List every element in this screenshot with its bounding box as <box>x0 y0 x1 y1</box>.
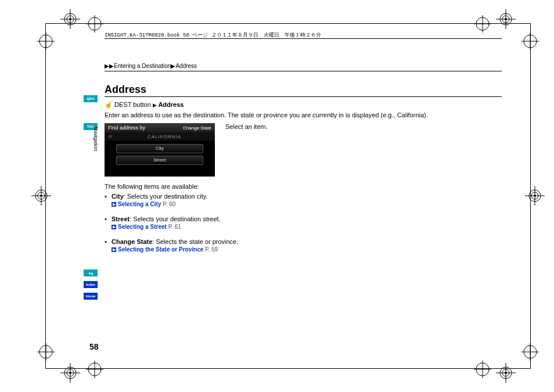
nav-state-row: ⟲ CALIFORNIA <box>105 132 215 141</box>
dest-icon: ☝ <box>105 101 113 108</box>
cross-ref[interactable]: ▶Selecting a City P. 60 <box>111 201 238 207</box>
bullet-icon: • <box>105 193 111 200</box>
page-ref: P. 61 <box>168 224 181 230</box>
item-desc: : Selects the state or province. <box>152 238 238 245</box>
trim-rule-bottom <box>45 368 531 369</box>
nav-titlebar: Find address by Change State <box>105 123 215 132</box>
registration-mark-icon <box>60 363 80 383</box>
crosshair-icon <box>37 33 55 50</box>
item-list: •City: Selects your destination city. ▶S… <box>105 193 238 261</box>
link-text: Selecting a City <box>118 201 161 207</box>
tab-index[interactable]: Index <box>84 281 98 288</box>
item-desc: : Selects your destination city. <box>124 193 208 200</box>
link-icon: ▶ <box>111 247 116 252</box>
crosshair-icon <box>521 343 539 361</box>
registration-mark-icon <box>496 363 516 383</box>
cross-ref[interactable]: ▶Selecting a Street P. 61 <box>111 224 238 230</box>
following-text: The following items are available: <box>105 183 199 190</box>
link-icon: ▶ <box>111 225 116 229</box>
crosshair-icon <box>86 361 103 378</box>
intro-text: Enter an address to use as the destinati… <box>105 112 428 118</box>
crosshair-icon <box>474 361 491 378</box>
registration-mark-icon <box>496 9 516 29</box>
item-label: Street <box>111 215 129 222</box>
bullet-icon: • <box>105 215 111 222</box>
nav-title: Find address by <box>108 125 145 131</box>
nav-screenshot: Find address by Change State ⟲ CALIFORNI… <box>105 123 215 177</box>
list-item: •Change State: Selects the state or prov… <box>105 238 238 253</box>
crosshair-icon <box>37 343 55 361</box>
list-item: •City: Selects your destination city. ▶S… <box>105 193 238 207</box>
back-icon[interactable]: ⟲ <box>108 134 117 139</box>
item-desc: : Selects your destination street. <box>129 215 221 222</box>
crosshair-icon <box>86 15 103 33</box>
tab-home[interactable]: Home <box>84 293 98 300</box>
cross-ref[interactable]: ▶Selecting the State or Province P. 59 <box>111 246 238 253</box>
current-state: CALIFORNIA <box>117 134 211 139</box>
link-text: Selecting a Street <box>118 224 167 230</box>
crosshair-icon <box>474 15 491 33</box>
link-icon: ▶ <box>111 202 116 207</box>
link-text: Selecting the State or Province <box>118 246 203 253</box>
change-state-button[interactable]: Change State <box>183 125 211 131</box>
breadcrumb-part: Address <box>175 63 197 69</box>
registration-mark-icon <box>60 9 80 29</box>
tab-qrg[interactable]: QRG <box>84 95 98 102</box>
item-label: City <box>111 193 124 200</box>
breadcrumb-part: Entering a Destination <box>114 63 171 69</box>
page-ref: P. 59 <box>205 246 218 253</box>
section-rule <box>105 96 502 97</box>
bullet-icon: • <box>105 238 111 245</box>
dest-path: ☝ DEST button ▶ Address <box>105 101 184 109</box>
tab-voice[interactable]: ✦§ <box>84 269 98 276</box>
crosshair-icon <box>521 33 539 50</box>
page-ref: P. 60 <box>163 201 175 207</box>
registration-mark-icon <box>525 186 545 206</box>
nav-option-city[interactable]: City <box>116 144 203 153</box>
triangle-icon: ▶ <box>153 102 159 108</box>
trim-rule-top <box>45 23 531 24</box>
section-title: Address <box>105 84 146 96</box>
list-item: •Street: Selects your destination street… <box>105 215 238 230</box>
instruction-text: Select an item. <box>225 123 268 130</box>
header-rule <box>105 38 502 39</box>
nav-option-street[interactable]: Street <box>116 156 203 165</box>
breadcrumb-rule <box>105 71 502 71</box>
dest-pre: DEST button <box>114 101 151 108</box>
registration-mark-icon <box>31 186 51 206</box>
breadcrumb: ▶▶Entering a Destination▶Address <box>105 63 197 69</box>
item-label: Change State <box>111 238 152 245</box>
page-number: 58 <box>89 342 99 351</box>
triangle-icon: ▶▶ <box>105 63 114 69</box>
dest-after: Address <box>158 101 184 108</box>
section-side-label: Navigation <box>93 127 99 152</box>
